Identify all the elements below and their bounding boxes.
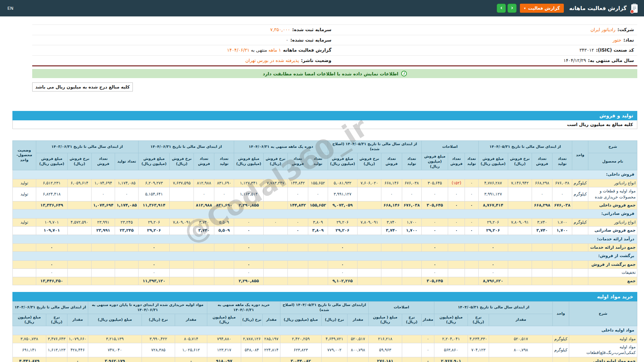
row-label: جمع مواد اولیه داخلی [569, 357, 637, 362]
value-cell: ۳,۴۷۶,۶۴۳ [46, 335, 67, 343]
report-type-dropdown[interactable]: گزارش فعالیت ▾ [520, 4, 564, 13]
column-header: مبلغ فروش (میلیون ریال) [328, 153, 357, 170]
value-cell: ۰ [422, 243, 448, 251]
column-header: تعداد فروش [287, 153, 308, 170]
value-cell [115, 269, 138, 277]
column-header: از ابتدای سال مالی تا تاریخ ۱۴۰۴/۰۶/۳۱ [138, 141, 234, 153]
value-cell: ۰ [465, 187, 478, 201]
column-header: نرخ (ریال) [402, 314, 422, 326]
previous-report-button[interactable]: ‹ [497, 4, 506, 13]
value-cell [214, 277, 234, 285]
column-header: نام محصول [588, 153, 637, 170]
value-cell [508, 277, 532, 285]
value-cell: ۱۵۵,۶۵۲ [308, 201, 328, 209]
value-cell: ۰ [264, 218, 288, 226]
value-cell: ۶۹۱,۱۴۱ [13, 343, 46, 357]
value-cell: ۳۰۵,۶۴۵ [422, 277, 448, 285]
value-cell: ۰ [422, 227, 448, 235]
value-cell [508, 201, 532, 209]
column-header: مبلغ فروش (میلیون ریال) [138, 153, 170, 170]
value-cell [532, 260, 552, 268]
value-cell: ۱۴۴,۸۴۲ [287, 179, 308, 187]
value-cell: ۲۹,۲۰۶ [138, 218, 170, 226]
value-cell: ۷,۸۰۹,۰۹۱ [170, 218, 194, 226]
value-cell: ۳,۰۴۴,۰۸۲ [280, 357, 321, 362]
value-cell [357, 227, 381, 235]
symbol-link[interactable]: ختور [613, 37, 622, 43]
value-cell: ۰ [381, 187, 402, 201]
value-cell: ۵۴۸,۰۸۴ [241, 343, 263, 357]
value-cell: ۰ [234, 218, 264, 226]
column-header: نرخ فروش (ریال) [357, 153, 381, 170]
table-row: جمع برگشت از فروش۰۰۰۰۰۰ [13, 260, 637, 268]
value-cell: تولید [13, 218, 36, 226]
value-cell: ۰ [328, 243, 357, 251]
column-header: از ابتدای سال مالی تا تاریخ ۱۴۰۴/۰۵/۳۱ (… [328, 141, 422, 153]
value-cell: ۰ [465, 218, 478, 226]
value-cell [508, 227, 532, 235]
value-cell [142, 357, 175, 362]
report-end-date: ۱۴۰۴/۰۶/۳۱ [227, 47, 250, 53]
column-header: مبلغ فروش (میلیون ریال) [478, 153, 508, 170]
company-link[interactable]: رادیاتور ایران [590, 27, 615, 32]
value-cell [46, 357, 67, 362]
value-cell [448, 260, 465, 268]
value-cell: ۳,۷۴۰ [532, 218, 552, 226]
value-cell [357, 277, 381, 285]
value-cell: ۳,۹۹۰,۴۲۲ [142, 335, 175, 343]
value-cell [357, 269, 381, 277]
column-header: مبلغ (میلیون ریال) [207, 314, 241, 326]
value-cell: کیلوگرم [572, 187, 588, 201]
value-cell: ۲۷۶,۱۸۱ [369, 357, 402, 362]
row-label: جمع درآمد ارائه خدمات [588, 243, 637, 251]
column-header: نرخ (ریال) [46, 314, 67, 326]
value-cell [287, 243, 308, 251]
value-cell: ۶,۰۵۹,۶۱۴ [67, 179, 92, 187]
value-cell: ۲۱۶,۲۱۸ [369, 335, 402, 343]
section-row: درآمد ارائه خدمات: [13, 235, 637, 243]
column-header: نرخ (ریال) [321, 314, 347, 326]
column-header: مقدار [422, 314, 434, 326]
row-label: مواد اولیه کمکی(سرب،رنگ،قلع)قطعات [569, 343, 637, 357]
column-header: تعداد فروش [448, 153, 465, 170]
column-header: مبلغ ( میلیون ریال) [369, 314, 402, 326]
info-label: کد صنعت (ISIC): [596, 47, 634, 53]
value-cell [572, 201, 588, 209]
value-cell: ۱۴۴,۸۴۲ [287, 201, 308, 209]
value-cell: ۳,۷۴۰ [381, 218, 402, 226]
row-label: انواع رادیاتور [588, 179, 637, 187]
value-cell [264, 201, 288, 209]
value-cell [214, 243, 234, 251]
value-cell: ۲۹,۲۰۶ [328, 218, 357, 226]
value-cell: ۶۷۶,۰۳۸ [552, 179, 572, 187]
value-cell: ۷,۸۰۹,۰۹۱ [357, 218, 381, 226]
value-cell: ۱,۷۰۰ [402, 218, 422, 226]
next-report-button[interactable]: › [507, 4, 517, 13]
data-table: شرحواحداز ابتدای سال مالی تا تاریخ ۱۴۰۴/… [12, 301, 637, 362]
value-cell: ۵۲۰,۵۱۷ [347, 335, 369, 343]
value-cell [321, 357, 347, 362]
value-cell: ۶,۵۱۲,۲۳۱ [36, 179, 67, 187]
value-cell [381, 269, 402, 277]
value-cell: ۸۰۵,۷۱۴ [175, 335, 207, 343]
table-row: انواع رادیاتورکیلوگرم۶۷۶,۰۳۸۶۶۸,۲۹۸۷,۱۴۶… [13, 179, 637, 187]
value-cell [402, 277, 422, 285]
header-row: نام محصولتعداد تولیدتعداد فروشنرخ فروش (… [13, 153, 637, 170]
value-cell: ۳۰۵,۶۴۵ [422, 201, 448, 209]
report-body: @Codal360_ir تولید و فروش کلیه مبالغ به … [12, 111, 637, 362]
value-cell [287, 260, 308, 268]
value-cell [468, 357, 489, 362]
value-cell: ۵,۵۰۹ [214, 227, 234, 235]
value-cell: ۱۱,۳۶۳,۹۱۴ [138, 201, 170, 209]
value-cell: ۹,۰۷۳,۰۵۹ [328, 201, 357, 209]
report-period-text: منتهی به [250, 47, 269, 53]
column-header: تعداد تولید [552, 153, 572, 170]
value-cell [194, 243, 214, 251]
value-cell [170, 187, 194, 201]
language-toggle[interactable]: EN [5, 4, 15, 12]
value-cell: ۳,۹۹۱,۱۲۷ [328, 187, 357, 201]
value-cell: ۱,۱۷۴,۰۸۵ [115, 179, 138, 187]
value-cell: ۱۱,۳۹۳,۱۲۰ [138, 277, 170, 285]
value-cell: ۰ [402, 187, 422, 201]
fiscal-year-end-value: ۱۴۰۴/۱۲/۲۹ [564, 58, 586, 63]
